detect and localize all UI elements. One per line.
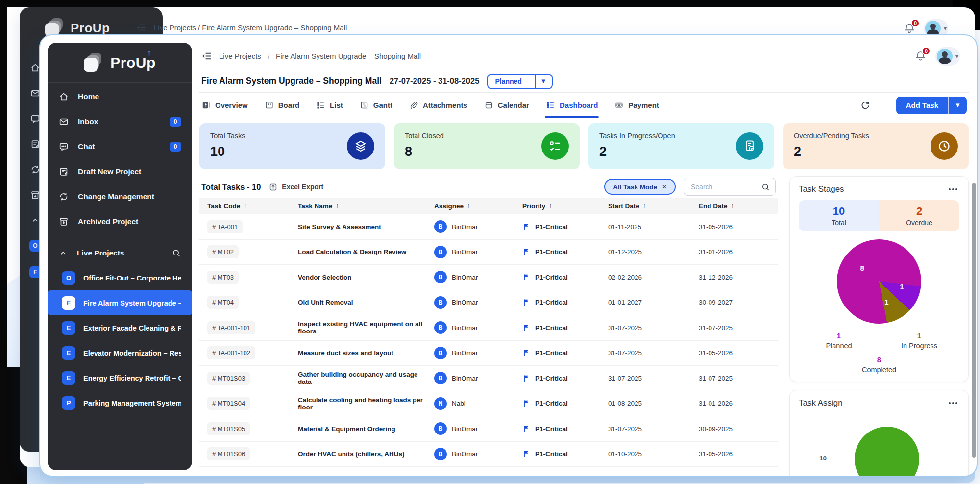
tab-gantt[interactable]: Gantt bbox=[360, 93, 392, 118]
sidebar-item-inbox[interactable]: Inbox 0 bbox=[48, 109, 192, 134]
sidebar-project-item[interactable]: F Fire Alarm System Upgrade – Sh... bbox=[48, 290, 192, 315]
task-table-section: Total Tasks - 10 Excel Export All Task M… bbox=[199, 176, 778, 467]
assignee-name: BinOmar bbox=[452, 324, 478, 331]
flag-icon bbox=[522, 324, 531, 332]
task-name: Order HVAC units (chillers, AHUs) bbox=[290, 450, 426, 458]
chevron-up-icon[interactable] bbox=[58, 248, 68, 258]
chevron-up-icon bbox=[30, 215, 40, 225]
table-row[interactable]: # MT01S03 Gather building occupancy and … bbox=[199, 366, 778, 391]
priority-label: P1-Critical bbox=[535, 324, 568, 331]
tab-attachments[interactable]: Attachments bbox=[409, 93, 467, 118]
sidebar-project-list: O Office Fit-Out – Corporate Head... F F… bbox=[48, 265, 192, 415]
column-task-name[interactable]: Task Name↑ bbox=[290, 203, 426, 210]
chat-icon bbox=[58, 141, 69, 152]
search-icon[interactable] bbox=[172, 248, 181, 258]
sidebar-item-archived-project[interactable]: Archived Project bbox=[48, 209, 192, 234]
sidebar-project-item[interactable]: E Exterior Facade Cleaning & Repa... bbox=[51, 315, 189, 340]
table-row[interactable]: # MT01S05 Material & Equipment Ordering … bbox=[199, 416, 778, 442]
header-right: 0 ▾ bbox=[914, 47, 967, 66]
stat-card-total-tasks: Total Tasks 10 bbox=[199, 123, 385, 169]
end-date: 30-09-2025 bbox=[691, 425, 778, 433]
tab-list[interactable]: List bbox=[316, 93, 343, 118]
breadcrumb-live-projects[interactable]: Live Projects bbox=[219, 52, 261, 60]
task-name: Site Survey & Assessment bbox=[290, 223, 426, 230]
backdrop-top-bar bbox=[0, 0, 980, 7]
table-toolbar: Total Tasks - 10 Excel Export All Task M… bbox=[199, 176, 778, 198]
table-row[interactable]: # TA-001-102 Measure duct sizes and layo… bbox=[199, 341, 778, 366]
close-icon[interactable]: ✕ bbox=[662, 183, 667, 190]
refresh-icon[interactable] bbox=[860, 100, 871, 111]
breadcrumb-row: Live Projects / Fire Alarm System Upgrad… bbox=[199, 43, 969, 70]
end-date: 31-05-2026 bbox=[691, 450, 778, 458]
sidebar-item-draft-new-project[interactable]: Draft New Project bbox=[48, 159, 192, 184]
proup-logo-icon bbox=[84, 53, 103, 73]
project-label: Fire Alarm System Upgrade – Sh... bbox=[83, 299, 181, 307]
excel-export-button[interactable]: Excel Export bbox=[269, 182, 323, 192]
collapse-sidebar-icon[interactable] bbox=[201, 51, 213, 62]
search-input[interactable] bbox=[690, 182, 757, 191]
list-icon bbox=[316, 101, 325, 110]
logo-wordmark: ProUp↑ bbox=[110, 54, 156, 71]
filter-chip-all-task-mode[interactable]: All Task Mode ✕ bbox=[604, 179, 676, 195]
column-task-code[interactable]: Task Code↑ bbox=[199, 203, 290, 210]
payment-icon bbox=[614, 101, 624, 110]
add-task-button[interactable]: Add Task ▼ bbox=[896, 97, 967, 114]
sidebar-project-item[interactable]: O Office Fit-Out – Corporate Head... bbox=[51, 265, 189, 290]
project-label: Energy Efficiency Retrofit – Offic... bbox=[83, 374, 181, 382]
sidebar-item-change-management[interactable]: Change Management bbox=[48, 184, 192, 209]
column-end-date[interactable]: End Date↑ bbox=[691, 203, 778, 210]
panel-scrollbar[interactable] bbox=[972, 183, 976, 458]
chevron-down-icon: ▼ bbox=[536, 77, 552, 85]
table-row[interactable]: # MT01S04 Calculate cooling and heating … bbox=[199, 391, 778, 417]
task-code-chip: # MT04 bbox=[207, 296, 239, 309]
sidebar-item-chat[interactable]: Chat 0 bbox=[48, 134, 192, 159]
column-priority[interactable]: Priority↑ bbox=[514, 203, 600, 210]
table-title: Total Tasks - 10 bbox=[201, 182, 261, 192]
sidebar-project-item[interactable]: E Elevator Modernization – Reside... bbox=[51, 340, 189, 365]
flag-icon bbox=[522, 374, 531, 382]
breadcrumb: Live Projects / Fire Alarm System Upgrad… bbox=[201, 51, 914, 62]
tab-board[interactable]: Board bbox=[265, 93, 299, 118]
table-row[interactable]: # MT02 Load Calculation & Design Review … bbox=[199, 240, 778, 265]
tab-payment[interactable]: Payment bbox=[614, 93, 659, 118]
flag-icon bbox=[522, 450, 531, 458]
stages-legend: 1 Planned 1 In Progress 8 Complete bbox=[799, 331, 959, 374]
tab-dashboard[interactable]: Dashboard bbox=[546, 93, 598, 118]
column-assignee[interactable]: Assignee↑ bbox=[426, 203, 514, 210]
tab-overview[interactable]: Overview bbox=[201, 93, 248, 118]
more-menu-icon[interactable] bbox=[947, 186, 959, 192]
table-body: # TA-001 Site Survey & Assessment BBinOm… bbox=[199, 214, 778, 467]
sort-icon: ↑ bbox=[549, 203, 552, 209]
priority-label: P1-Critical bbox=[535, 400, 568, 407]
task-assign-pie-chart[interactable] bbox=[855, 427, 919, 477]
add-task-dropdown-chevron[interactable]: ▼ bbox=[948, 97, 967, 114]
legend-planned: 1 Planned bbox=[799, 331, 879, 350]
bell-icon[interactable]: 0 bbox=[914, 50, 927, 62]
flag-icon bbox=[522, 425, 531, 433]
task-stages-pie-chart[interactable]: 8 1 1 bbox=[837, 239, 921, 324]
sidebar-project-item[interactable]: E Energy Efficiency Retrofit – Offic... bbox=[51, 365, 189, 390]
sidebar-project-item[interactable]: P Parking Management System In... bbox=[51, 390, 189, 415]
table-row[interactable]: # TA-001-101 Inspect existing HVAC equip… bbox=[199, 315, 778, 341]
table-row[interactable]: # MT04 Old Unit Removal BBinOmar P1-Crit… bbox=[199, 290, 778, 316]
status-dropdown[interactable]: Planned ▼ bbox=[487, 74, 552, 89]
stat-card-in-progress: Tasks In Progress/Open 2 bbox=[588, 123, 774, 169]
priority-label: P1-Critical bbox=[535, 248, 568, 255]
task-name: Measure duct sizes and layout bbox=[290, 349, 426, 357]
column-start-date[interactable]: Start Date↑ bbox=[600, 203, 691, 210]
table-row[interactable]: # MT03 Vendor Selection BBinOmar P1-Crit… bbox=[199, 265, 778, 290]
sidebar-item-home[interactable]: Home bbox=[48, 84, 192, 109]
tab-calendar[interactable]: Calendar bbox=[484, 93, 529, 118]
sidebar-section-live-projects[interactable]: Live Projects bbox=[48, 240, 192, 265]
table-row[interactable]: # TA-001 Site Survey & Assessment BBinOm… bbox=[199, 214, 778, 240]
more-menu-icon[interactable] bbox=[947, 400, 959, 406]
breadcrumb-project[interactable]: Fire Alarm System Upgrade – Shopping Mal… bbox=[276, 52, 421, 60]
search-icon[interactable] bbox=[761, 182, 770, 192]
sidebar: ProUp↑ Home Inbox 0 Chat 0 Draft New Pro… bbox=[48, 43, 192, 470]
stat-card-total-closed: Total Closed 8 bbox=[394, 123, 580, 169]
sidebar-menu: Home Inbox 0 Chat 0 Draft New Project Ch… bbox=[48, 83, 192, 415]
table-row[interactable]: # MT01S06 Order HVAC units (chillers, AH… bbox=[199, 442, 778, 467]
sort-icon: ↑ bbox=[467, 203, 470, 209]
avatar[interactable]: ▾ bbox=[935, 47, 960, 66]
panel-title: Task Stages bbox=[799, 184, 947, 194]
